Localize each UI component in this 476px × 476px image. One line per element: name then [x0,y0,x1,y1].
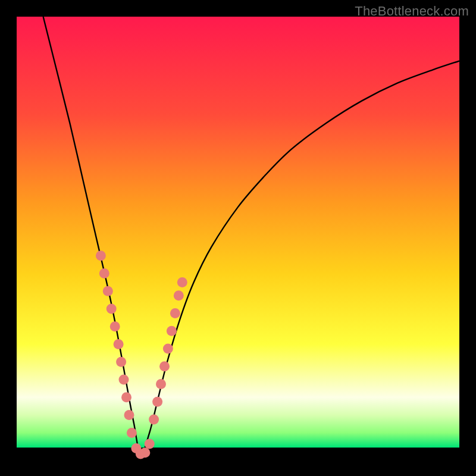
plot-frame [17,17,459,459]
curve-dot [107,304,117,314]
curve-dot [163,344,173,354]
gradient-background [17,17,459,459]
curve-dot [159,361,170,371]
curve-dot [149,415,159,425]
curve-dot [170,308,180,318]
curve-dot [96,250,106,261]
chart-stage: TheBottleneck.com [0,0,476,476]
curve-dot [103,286,113,296]
curve-dot [174,290,184,300]
curve-dot [145,439,155,449]
curve-dot [140,447,150,458]
curve-dot [116,357,126,367]
curve-dot [124,410,134,420]
curve-dot [152,397,162,407]
plot-svg [17,17,459,459]
curve-dot [177,277,187,287]
watermark-text: TheBottleneck.com [355,4,469,19]
curve-dot [167,326,177,336]
curve-dot [127,428,137,438]
curve-dot [99,268,109,278]
curve-dot [121,392,131,402]
curve-dot [156,379,166,389]
curve-dot [114,339,124,349]
curve-dot [119,375,129,385]
curve-dot [110,321,120,331]
